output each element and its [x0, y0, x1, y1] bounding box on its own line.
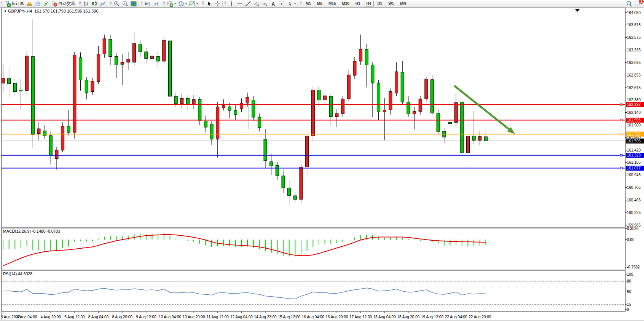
toolbar-separator — [139, 1, 139, 6]
data-window-button[interactable] — [33, 0, 42, 7]
zoom-out-button[interactable] — [121, 0, 129, 7]
fibonacci-icon: F — [262, 1, 268, 7]
svg-text:161.900: 161.900 — [627, 123, 641, 127]
chart-expander-icon[interactable]: ▼ — [4, 10, 7, 13]
arrows-dropdown-caret[interactable]: ▾ — [294, 2, 296, 5]
toolbar-separator — [298, 1, 298, 6]
chart-shift-button[interactable] — [152, 0, 160, 7]
horizontal-line-button[interactable] — [236, 0, 244, 7]
new-chart-button[interactable]: ▾ — [166, 0, 177, 7]
arrows-icon — [287, 1, 293, 7]
vertical-line-button[interactable] — [227, 0, 236, 7]
crosshair-button[interactable] — [213, 0, 222, 7]
rsi-indicator-label: RSI(14) 44.6028 — [3, 271, 32, 276]
svg-text:16 Aug 04:00: 16 Aug 04:00 — [302, 315, 324, 319]
auto-scroll-icon — [145, 1, 151, 7]
crosshair-icon — [214, 1, 220, 7]
zoom-in-button[interactable] — [113, 0, 121, 7]
navigator-icon — [43, 1, 49, 7]
panel-frames — [2, 8, 625, 311]
arrows-button[interactable]: ▾ — [286, 0, 297, 7]
text-label-button[interactable]: T — [277, 0, 286, 7]
equidistant-channel-button[interactable]: E — [252, 0, 261, 7]
svg-text:14 Aug 23:00: 14 Aug 23:00 — [254, 315, 277, 319]
level-line-handle[interactable] — [620, 167, 622, 169]
tile-windows-button[interactable] — [129, 0, 138, 7]
chart-shift-icon — [153, 1, 159, 7]
svg-text:A: A — [272, 1, 275, 6]
time-axis: 3 Aug 20224 Aug 04:004 Aug 20:005 Aug 12… — [1, 311, 491, 319]
svg-text:80: 80 — [627, 279, 631, 283]
timeframe-d1-button[interactable]: D1 — [375, 1, 385, 6]
svg-text:18 Aug 04:00: 18 Aug 04:00 — [373, 315, 396, 319]
toolbar-separator — [161, 1, 162, 6]
trendline-button[interactable] — [244, 0, 252, 7]
svg-text:11 Aug 12:00: 11 Aug 12:00 — [207, 315, 229, 319]
timeframe-h4-button[interactable]: H4 — [364, 1, 374, 6]
notifications-button[interactable]: 1 — [633, 0, 642, 7]
line-chart-icon — [100, 1, 106, 7]
chart-symbol-label: GBPJPY-,H4 — [8, 9, 32, 13]
timeframe-m15-button[interactable]: M15 — [326, 1, 338, 6]
templates-dropdown-caret[interactable]: ▾ — [196, 2, 198, 5]
navigator-button[interactable] — [42, 0, 50, 7]
auto-scroll-button[interactable] — [143, 0, 152, 7]
search-icon — [626, 1, 632, 7]
svg-text:161.077: 161.077 — [627, 166, 641, 170]
search-button[interactable] — [625, 0, 633, 7]
profiles-icon — [178, 1, 184, 7]
auto-trading-button[interactable]: 自动交易 — [50, 0, 76, 7]
text-button[interactable]: A — [269, 0, 277, 7]
level-line-handle[interactable] — [620, 133, 622, 135]
level-line-handle[interactable] — [620, 104, 622, 105]
svg-text:100: 100 — [627, 272, 633, 276]
svg-text:160.705: 160.705 — [627, 185, 641, 190]
timeframe-m30-button[interactable]: M30 — [339, 1, 352, 6]
toolbar-separator — [222, 1, 223, 6]
svg-text:0.3026: 0.3026 — [627, 227, 639, 231]
timeframe-h1-button[interactable]: H1 — [353, 1, 363, 6]
timeframe-w1-button[interactable]: W1 — [386, 1, 397, 6]
svg-text:163.095: 163.095 — [627, 61, 641, 65]
toolbar-grip — [225, 1, 226, 6]
bar-chart-button[interactable] — [82, 0, 90, 7]
profiles-button[interactable]: ▾ — [177, 0, 188, 7]
cursor-button[interactable] — [205, 0, 213, 7]
level-line-handle[interactable] — [620, 154, 622, 156]
line-chart-button[interactable] — [99, 0, 107, 7]
new-order-label: 新订单 — [11, 1, 24, 6]
svg-text:12 Aug 04:00: 12 Aug 04:00 — [230, 315, 253, 319]
profiles-dropdown-caret[interactable]: ▾ — [185, 2, 187, 5]
svg-text:0: 0 — [627, 308, 629, 312]
window-left-border — [1, 7, 2, 321]
svg-text:5 Aug 12:00: 5 Aug 12:00 — [64, 315, 85, 319]
timeframe-m1-button[interactable]: M1 — [303, 1, 314, 6]
toolbar: 新订单自动交易▾▾▾EFAT▾M1M5M15M30H1H4D1W1MN1 — [0, 0, 644, 8]
svg-text:8 Aug 20:00: 8 Aug 20:00 — [112, 315, 133, 319]
svg-text:162.855: 162.855 — [627, 73, 641, 77]
svg-text:163.575: 163.575 — [627, 35, 641, 40]
toolbar-grip — [202, 1, 204, 6]
svg-text:16 Aug 20:00: 16 Aug 20:00 — [325, 315, 348, 319]
svg-text:8 Aug 04:00: 8 Aug 04:00 — [88, 315, 109, 319]
macd-indicator-label: MACD(12,26,9) -0.1480 -0.0703 — [3, 229, 60, 233]
svg-text:-0.7582: -0.7582 — [627, 265, 640, 269]
market-watch-button[interactable] — [25, 0, 33, 7]
svg-text:T: T — [281, 2, 283, 6]
level-line-handle[interactable] — [620, 119, 622, 121]
svg-text:162.615: 162.615 — [627, 86, 641, 90]
bar-chart-icon — [83, 1, 89, 7]
fibonacci-button[interactable]: F — [261, 0, 269, 7]
new-chart-dropdown-caret[interactable]: ▾ — [174, 2, 176, 5]
timeframe-m5-button[interactable]: M5 — [314, 1, 325, 6]
svg-text:10 Aug 04:00: 10 Aug 04:00 — [159, 315, 181, 319]
templates-button[interactable]: ▾ — [188, 0, 199, 7]
toolbar-grip — [1, 1, 2, 6]
svg-text:160.945: 160.945 — [627, 173, 641, 177]
zoom-in-icon — [114, 1, 120, 7]
new-order-button[interactable]: 新订单 — [3, 0, 25, 7]
candlestick-chart-button[interactable] — [90, 0, 99, 7]
auto-trading-label: 自动交易 — [58, 1, 75, 6]
svg-text:22 Aug 04:00: 22 Aug 04:00 — [445, 315, 467, 319]
timeframe-mn-button[interactable]: MN — [397, 1, 409, 6]
